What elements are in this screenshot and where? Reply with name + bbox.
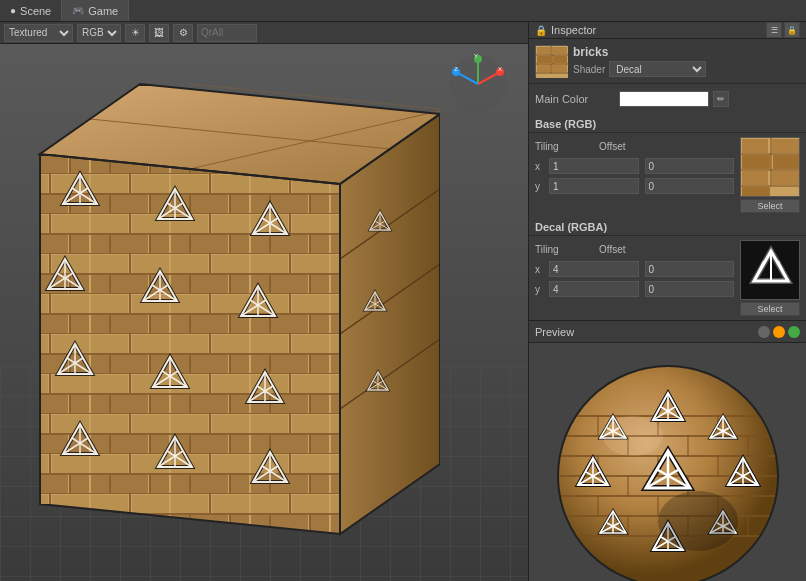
texture-block-decal: Tiling Offset x y xyxy=(529,236,806,320)
decal-tiling-col-label: Tiling xyxy=(535,244,585,255)
inspector-title: Inspector xyxy=(551,24,762,36)
base-tiling-x-input[interactable] xyxy=(549,158,639,174)
channel-dropdown[interactable]: RGB R G B A xyxy=(77,24,121,42)
section-base-rgb: Base (RGB) xyxy=(529,114,806,133)
texture-block-base: Tiling Offset x y xyxy=(529,133,806,217)
svg-rect-136 xyxy=(742,187,770,197)
preview-dot-green[interactable] xyxy=(788,326,800,338)
tiling-grid-base: Tiling Offset x y xyxy=(535,137,734,197)
base-tiling-y-input[interactable] xyxy=(549,178,639,194)
svg-rect-134 xyxy=(742,171,768,185)
tiling-col-label: Tiling xyxy=(535,141,585,152)
search-input[interactable] xyxy=(197,24,257,42)
decal-texture-thumbnail xyxy=(740,240,800,300)
viewport-content: Y X Z xyxy=(0,44,528,581)
viewport-gizmo: Y X Z xyxy=(448,54,508,114)
inspector-icon-lock[interactable]: 🔒 xyxy=(784,22,800,38)
tab-scene[interactable]: ● Scene xyxy=(0,0,62,21)
shading-dropdown[interactable]: Textured Wireframe Solid xyxy=(4,24,73,42)
shader-label: Shader xyxy=(573,64,605,75)
decal-offset-x-input[interactable] xyxy=(645,261,735,277)
preview-title: Preview xyxy=(535,326,754,338)
svg-rect-118 xyxy=(552,47,567,54)
base-texture-select-btn[interactable]: Select xyxy=(740,199,800,213)
decal-tiling-x-input[interactable] xyxy=(549,261,639,277)
main-area: Textured Wireframe Solid RGB R G B A ☀ 🖼… xyxy=(0,22,806,581)
preview-dot-gray[interactable] xyxy=(758,326,770,338)
material-name: bricks xyxy=(573,45,800,59)
decal-offset-y-input[interactable] xyxy=(645,281,735,297)
svg-rect-119 xyxy=(537,56,552,63)
base-texture-thumbnail xyxy=(740,137,800,197)
sun-icon[interactable]: ☀ xyxy=(125,24,145,42)
properties-main-color: Main Color ✏ xyxy=(529,84,806,114)
preview-header: Preview xyxy=(529,321,806,343)
base-texture-thumb-area: Select xyxy=(740,137,800,213)
preview-dot-orange[interactable] xyxy=(773,326,785,338)
scene-tab-label: Scene xyxy=(20,5,51,17)
svg-rect-132 xyxy=(742,155,770,169)
tab-game[interactable]: 🎮 Game xyxy=(62,0,129,21)
tiling-y-label: y xyxy=(535,181,545,192)
svg-marker-17 xyxy=(40,154,340,534)
svg-rect-135 xyxy=(772,171,800,185)
scene-background: Y X Z xyxy=(0,44,528,581)
image-icon[interactable]: 🖼 xyxy=(149,24,169,42)
base-tiling-y-row: y xyxy=(535,177,734,195)
base-tiling-x-row: x xyxy=(535,157,734,175)
svg-point-223 xyxy=(658,491,738,551)
eyedropper-button[interactable]: ✏ xyxy=(713,91,729,107)
decal-tiling-y-label: y xyxy=(535,284,545,295)
svg-rect-133 xyxy=(773,155,800,169)
material-shader-row: Shader Decal Diffuse Specular Bumped Dif… xyxy=(573,61,800,77)
svg-rect-121 xyxy=(537,65,550,72)
svg-text:Y: Y xyxy=(474,54,478,59)
inspector-header: 🔒 Inspector ☰ 🔒 xyxy=(529,22,806,39)
viewport: Textured Wireframe Solid RGB R G B A ☀ 🖼… xyxy=(0,22,528,581)
decal-tiling-x-row: x xyxy=(535,260,734,278)
tiling-grid-decal: Tiling Offset x y xyxy=(535,240,734,300)
preview-content xyxy=(529,343,806,581)
decal-tiling-header-row: Tiling Offset xyxy=(535,240,734,258)
decal-tiling-y-input[interactable] xyxy=(549,281,639,297)
svg-text:Z: Z xyxy=(454,66,458,72)
decal-texture-thumb-area: Select xyxy=(740,240,800,316)
decal-texture-select-btn[interactable]: Select xyxy=(740,302,800,316)
scene-cube xyxy=(10,54,440,544)
svg-rect-130 xyxy=(742,139,768,153)
material-info: bricks Shader Decal Diffuse Specular Bum… xyxy=(573,45,800,77)
tiling-header-row: Tiling Offset xyxy=(535,137,734,155)
base-offset-x-input[interactable] xyxy=(645,158,735,174)
tab-bar: ● Scene 🎮 Game xyxy=(0,0,806,22)
svg-rect-131 xyxy=(772,139,800,153)
svg-rect-120 xyxy=(554,56,567,63)
tiling-x-label: x xyxy=(535,161,545,172)
inspector-panel: 🔒 Inspector ☰ 🔒 xyxy=(528,22,806,581)
material-header: bricks Shader Decal Diffuse Specular Bum… xyxy=(529,39,806,84)
scene-tab-icon: ● xyxy=(10,5,16,16)
preview-icons xyxy=(758,326,800,338)
base-offset-y-input[interactable] xyxy=(645,178,735,194)
game-tab-label: Game xyxy=(88,5,118,17)
main-color-swatch[interactable] xyxy=(619,91,709,107)
game-tab-icon: 🎮 xyxy=(72,5,84,16)
settings-icon[interactable]: ⚙ xyxy=(173,24,193,42)
inspector-icon-menu[interactable]: ☰ xyxy=(766,22,782,38)
shader-dropdown[interactable]: Decal Diffuse Specular Bumped Diffuse xyxy=(609,61,706,77)
offset-col-label: Offset xyxy=(599,141,734,152)
svg-point-222 xyxy=(603,416,663,456)
inspector-icons: ☰ 🔒 xyxy=(766,22,800,38)
svg-text:X: X xyxy=(498,66,502,72)
material-thumbnail xyxy=(535,45,567,77)
decal-tiling-x-label: x xyxy=(535,264,545,275)
preview-section: Preview xyxy=(529,320,806,581)
preview-sphere xyxy=(548,356,788,582)
main-color-label: Main Color xyxy=(535,93,615,105)
decal-tiling-y-row: y xyxy=(535,280,734,298)
svg-rect-117 xyxy=(537,47,550,54)
svg-rect-122 xyxy=(552,65,567,72)
main-color-row: Main Color ✏ xyxy=(535,90,800,108)
section-decal-rgba: Decal (RGBA) xyxy=(529,217,806,236)
decal-offset-col-label: Offset xyxy=(599,244,734,255)
lock-icon: 🔒 xyxy=(535,25,547,36)
